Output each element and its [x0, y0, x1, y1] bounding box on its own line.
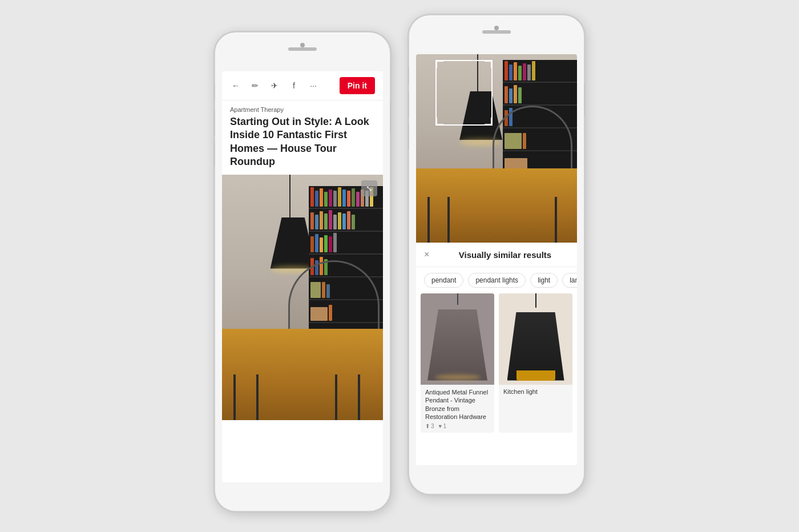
result-card-1[interactable]: Antiqued Metal Funnel Pendant - Vintage … — [421, 293, 494, 433]
room-scene-1 — [222, 175, 383, 420]
lamp-wire-1 — [289, 175, 290, 220]
close-button[interactable]: × — [424, 249, 435, 260]
result-image-1 — [421, 293, 494, 385]
tag-light[interactable]: light — [530, 273, 558, 288]
tag-lamp[interactable]: lamp — [562, 273, 577, 288]
selection-corner-tl — [435, 60, 443, 68]
pin-source: Apartment Therapy — [222, 100, 383, 115]
phone-mute-button-1 — [213, 84, 215, 101]
toolbar-icons: ← ✏ ✈ f ··· — [230, 80, 340, 91]
phone-power-button-2 — [584, 84, 586, 115]
shelf-row — [309, 232, 383, 255]
vs-table-leg — [427, 197, 430, 243]
selection-corner-bl — [435, 118, 443, 126]
tag-pendant-lights[interactable]: pendant lights — [468, 273, 526, 288]
phone-1-screen: ← ✏ ✈ f ··· Pin it Apartment Therapy Sta… — [222, 71, 383, 482]
phone-speaker-2 — [482, 30, 511, 34]
similar-results-bar: × Visually similar results — [416, 243, 577, 267]
vs-dining-table — [416, 168, 577, 243]
visual-search-selection-box[interactable] — [435, 60, 493, 126]
similar-results-title: Visually similar results — [441, 250, 569, 260]
pin-toolbar: ← ✏ ✈ f ··· Pin it — [222, 71, 383, 100]
shelf-row — [503, 83, 577, 106]
shelf-row — [309, 209, 383, 232]
phone-volume-up-button-2 — [407, 92, 409, 118]
vs-table-leg — [447, 197, 450, 243]
likes-count: ♥ 1 — [439, 423, 447, 429]
result-title-2: Kitchen light — [499, 385, 572, 398]
expand-icon[interactable]: ⤡ — [361, 180, 377, 196]
table-leg — [233, 374, 236, 420]
pin-it-button[interactable]: Pin it — [340, 77, 375, 94]
phone-2-screen: × Visually similar results pendant penda… — [416, 54, 577, 465]
phones-container: ← ✏ ✈ f ··· Pin it Apartment Therapy Sta… — [214, 31, 585, 512]
pin-image-container: ⤡ — [222, 175, 383, 420]
shelf-row — [503, 60, 577, 83]
tags-row: pendant pendant lights light lamp pendan… — [416, 267, 577, 293]
visual-search-image — [416, 54, 577, 243]
saves-count: ⬆ 3 — [425, 423, 434, 429]
pin-title: Starting Out in Style: A Look Inside 10 … — [222, 115, 383, 175]
pin-image-room: ⤡ — [222, 175, 383, 420]
result-meta-1: ⬆ 3 ♥ 1 — [425, 423, 490, 429]
heart-icon: ♥ — [439, 423, 442, 429]
table-leg — [358, 374, 360, 420]
more-icon[interactable]: ··· — [308, 80, 319, 91]
results-grid: Antiqued Metal Funnel Pendant - Vintage … — [416, 293, 577, 433]
phone-power-button-1 — [390, 101, 392, 132]
phone-2: × Visually similar results pendant penda… — [408, 14, 585, 495]
vs-room-scene — [416, 54, 577, 243]
saves-value: 3 — [431, 423, 434, 429]
tag-pendant[interactable]: pendant — [424, 273, 463, 288]
likes-value: 1 — [443, 423, 447, 429]
result-card-2[interactable]: Kitchen light — [499, 293, 572, 433]
phone-1: ← ✏ ✈ f ··· Pin it Apartment Therapy Sta… — [214, 31, 391, 512]
selection-corner-tr — [485, 60, 493, 68]
facebook-icon[interactable]: f — [288, 80, 300, 91]
phone-volume-down-button-1 — [213, 141, 215, 167]
back-icon[interactable]: ← — [230, 80, 241, 91]
save-icon: ⬆ — [425, 423, 430, 429]
table-leg — [256, 374, 259, 420]
table-leg — [335, 374, 337, 420]
result-info-1: Antiqued Metal Funnel Pendant - Vintage … — [421, 385, 494, 433]
share-icon[interactable]: ✈ — [269, 80, 280, 91]
result-image-2 — [499, 293, 572, 385]
vs-table-leg — [555, 197, 557, 243]
selection-corner-br — [485, 118, 493, 126]
phone-volume-down-button-2 — [407, 124, 409, 150]
phone-volume-up-button-1 — [213, 110, 215, 135]
edit-icon[interactable]: ✏ — [249, 80, 261, 91]
dining-table-1 — [222, 329, 383, 420]
phone-mute-button-2 — [407, 67, 409, 84]
result-title-1: Antiqued Metal Funnel Pendant - Vintage … — [425, 388, 490, 421]
phone-speaker-1 — [288, 47, 317, 51]
